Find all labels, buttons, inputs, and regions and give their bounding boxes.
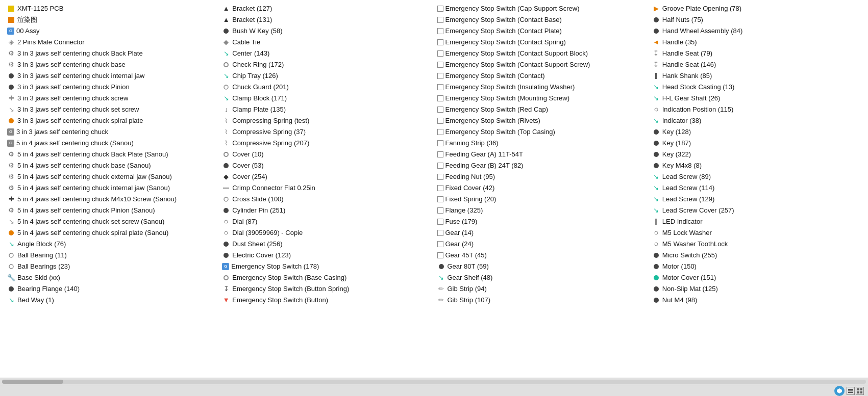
- list-item[interactable]: 渲染图: [6, 14, 217, 25]
- list-item[interactable]: Motor Cover (151): [651, 272, 862, 283]
- list-item[interactable]: ↘Clamp Block (171): [221, 93, 432, 104]
- list-item[interactable]: ↧Handle Seat (79): [651, 48, 862, 59]
- list-item[interactable]: ↘Lead Screw (129): [651, 194, 862, 205]
- list-item[interactable]: Dust Sheet (256): [221, 239, 432, 250]
- list-item[interactable]: Cylinder Pin (251): [221, 205, 432, 216]
- list-item[interactable]: Indication Position (115): [651, 104, 862, 115]
- list-item[interactable]: Dial (39059969) - Copie: [221, 227, 432, 239]
- list-item[interactable]: M5 Washer ToothLock: [651, 239, 862, 250]
- list-item[interactable]: ▶Groove Plate Opening (78): [651, 3, 862, 14]
- list-item[interactable]: Bearing Flange (140): [6, 283, 217, 295]
- list-item[interactable]: ✚3 in 3 jaws self centering chuck screw: [6, 93, 217, 104]
- list-item[interactable]: ⚙5 in 4 jaws self centering chuck base (…: [6, 160, 217, 171]
- list-item[interactable]: Key (187): [651, 138, 862, 149]
- list-item[interactable]: ↘Indicator (38): [651, 115, 862, 126]
- list-item[interactable]: ▼Emergency Stop Switch (Button): [221, 295, 432, 306]
- list-item[interactable]: Fuse (179): [436, 216, 647, 227]
- list-item[interactable]: ⌇Compressive Spring (207): [221, 138, 432, 149]
- list-item[interactable]: Fanning Strip (36): [436, 138, 647, 149]
- list-item[interactable]: ↘Lead Screw (114): [651, 182, 862, 194]
- list-item[interactable]: Gear (14): [436, 227, 647, 239]
- list-item[interactable]: Dial (87): [221, 216, 432, 227]
- list-item[interactable]: Hank Shank (85): [651, 70, 862, 82]
- list-item[interactable]: ↘Head Stock Casting (13): [651, 82, 862, 93]
- list-item[interactable]: Emergency Stop Switch (Insulating Washer…: [436, 82, 647, 93]
- list-item[interactable]: Emergency Stop Switch (Contact Support S…: [436, 59, 647, 70]
- list-item[interactable]: Emergency Stop Switch (Mounting Screw): [436, 93, 647, 104]
- list-item[interactable]: ↓Clamp Plate (135): [221, 104, 432, 115]
- list-item[interactable]: Flange (325): [436, 205, 647, 216]
- list-item[interactable]: Feeding Nut (95): [436, 171, 647, 182]
- list-item[interactable]: ◈2 Pins Male Connector: [6, 37, 217, 48]
- list-item[interactable]: ◆Cover (254): [221, 171, 432, 182]
- list-item[interactable]: ↘Angle Block (76): [6, 239, 217, 250]
- list-item[interactable]: Half Nuts (75): [651, 14, 862, 25]
- list-item[interactable]: Emergency Stop Switch (Contact Support B…: [436, 48, 647, 59]
- list-item[interactable]: 3 in 3 jaws self centering chuck spiral …: [6, 115, 217, 126]
- list-item[interactable]: ◆Cable Tie: [221, 37, 432, 48]
- list-item[interactable]: Crimp Connector Flat 0.25in: [221, 182, 432, 194]
- list-item[interactable]: Key M4x8 (8): [651, 160, 862, 171]
- list-item[interactable]: Emergency Stop Switch (Red Cap): [436, 104, 647, 115]
- list-item[interactable]: ▲Bracket (127): [221, 3, 432, 14]
- list-item[interactable]: Gear (24): [436, 239, 647, 250]
- list-item[interactable]: ⚙5 in 4 jaws self centering chuck extern…: [6, 171, 217, 182]
- scrollbar-track[interactable]: [2, 380, 866, 384]
- list-view-icon[interactable]: [847, 387, 855, 395]
- list-item[interactable]: Fixed Spring (20): [436, 194, 647, 205]
- list-item[interactable]: ▲Bracket (131): [221, 14, 432, 25]
- list-item[interactable]: ↘5 in 4 jaws self centering chuck set sc…: [6, 216, 217, 227]
- list-item[interactable]: Emergency Stop Switch (Contact): [436, 70, 647, 82]
- list-item[interactable]: ↘Lead Screw (89): [651, 171, 862, 182]
- list-item[interactable]: ↘Bed Way (1): [6, 295, 217, 306]
- horizontal-scrollbar[interactable]: [0, 378, 868, 385]
- list-item[interactable]: Cover (53): [221, 160, 432, 171]
- list-item[interactable]: Gear 45T (45): [436, 250, 647, 261]
- list-item[interactable]: Feeding Gear (B) 24T (82): [436, 160, 647, 171]
- list-item[interactable]: ⌇Compressing Spring (test): [221, 115, 432, 126]
- list-item[interactable]: G00 Assy: [6, 25, 217, 37]
- list-item[interactable]: Check Ring (172): [221, 59, 432, 70]
- list-item[interactable]: 5 in 4 jaws self centering chuck spiral …: [6, 227, 217, 239]
- list-item[interactable]: ⚙5 in 4 jaws self centering chuck Back P…: [6, 149, 217, 160]
- list-item[interactable]: Ball Bearings (23): [6, 261, 217, 272]
- list-item[interactable]: ↘Center (143): [221, 48, 432, 59]
- list-item[interactable]: Cover (10): [221, 149, 432, 160]
- list-item[interactable]: ↘Gear Shelf (48): [436, 272, 647, 283]
- list-container[interactable]: XMT-1125 PCB渲染图G00 Assy◈2 Pins Male Conn…: [0, 0, 868, 378]
- list-item[interactable]: Nut M4 (98): [651, 295, 862, 306]
- list-item[interactable]: ✏Gib Strip (94): [436, 283, 647, 295]
- list-item[interactable]: Emergency Stop Switch (Contact Spring): [436, 37, 647, 48]
- list-item[interactable]: Emergency Stop Switch (Contact Plate): [436, 25, 647, 37]
- list-item[interactable]: ⚙3 in 3 jaws self centering chuck base: [6, 59, 217, 70]
- list-item[interactable]: G3 in 3 jaws self centering chuck: [6, 126, 217, 138]
- list-item[interactable]: ↧Emergency Stop Switch (Button Spring): [221, 283, 432, 295]
- list-item[interactable]: Bush W Key (58): [221, 25, 432, 37]
- list-item[interactable]: Micro Switch (255): [651, 250, 862, 261]
- list-item[interactable]: Emergency Stop Switch (Top Casing): [436, 126, 647, 138]
- list-item[interactable]: Ball Bearing (11): [6, 250, 217, 261]
- list-item[interactable]: ↘Chip Tray (126): [221, 70, 432, 82]
- list-item[interactable]: 3 in 3 jaws self centering chuck interna…: [6, 70, 217, 82]
- list-item[interactable]: ⚙5 in 4 jaws self centering chuck intern…: [6, 182, 217, 194]
- 3d-view-icon[interactable]: [834, 386, 845, 396]
- list-item[interactable]: Emergency Stop Switch (Cap Support Screw…: [436, 3, 647, 14]
- list-item[interactable]: ⚙5 in 4 jaws self centering chuck Pinion…: [6, 205, 217, 216]
- list-item[interactable]: ✚5 in 4 jaws self centering chuck M4x10 …: [6, 194, 217, 205]
- list-item[interactable]: Key (322): [651, 149, 862, 160]
- list-item[interactable]: M5 Lock Washer: [651, 227, 862, 239]
- list-item[interactable]: Emergency Stop Switch (Base Casing): [221, 272, 432, 283]
- list-item[interactable]: ◄Handle (35): [651, 37, 862, 48]
- list-item[interactable]: GEmergency Stop Switch (178): [221, 261, 432, 272]
- list-item[interactable]: ↘3 in 3 jaws self centering chuck set sc…: [6, 104, 217, 115]
- list-item[interactable]: ↘H-L Gear Shaft (26): [651, 93, 862, 104]
- list-item[interactable]: ⚙3 in 3 jaws self centering chuck Back P…: [6, 48, 217, 59]
- list-item[interactable]: ✏Gib Strip (107): [436, 295, 647, 306]
- list-item[interactable]: ⌇Compressive Spring (37): [221, 126, 432, 138]
- list-item[interactable]: Key (128): [651, 126, 862, 138]
- list-item[interactable]: Gear 80T (59): [436, 261, 647, 272]
- list-item[interactable]: Emergency Stop Switch (Rivets): [436, 115, 647, 126]
- grid-view-icon[interactable]: [856, 387, 864, 395]
- scrollbar-thumb[interactable]: [2, 380, 63, 384]
- list-item[interactable]: 🔧Base Skid (xx): [6, 272, 217, 283]
